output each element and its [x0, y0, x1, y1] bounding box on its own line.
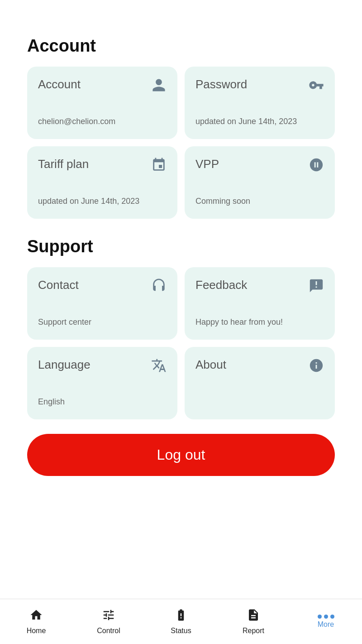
- nav-more[interactable]: More: [290, 615, 362, 629]
- nav-report-label: Report: [243, 627, 264, 635]
- control-icon: [102, 608, 115, 625]
- network-icon: [309, 157, 324, 176]
- nav-home-label: Home: [27, 627, 46, 635]
- feedback-card-label: Feedback: [195, 278, 247, 292]
- tariff-plan-card-label: Tariff plan: [38, 157, 89, 171]
- vpp-card-value: Comming soon: [195, 197, 324, 206]
- password-card[interactable]: Password updated on June 14th, 2023: [185, 67, 335, 139]
- language-card[interactable]: Language English: [27, 347, 177, 419]
- feedback-icon: [309, 278, 324, 297]
- nav-report[interactable]: Report: [217, 608, 290, 635]
- status-icon: [174, 608, 188, 625]
- account-card-label: Account: [38, 77, 81, 91]
- user-icon: [151, 77, 167, 96]
- about-icon: [309, 358, 324, 376]
- password-card-value: updated on June 14th, 2023: [195, 117, 324, 126]
- page-content: Account Account chelion@chelion.com Pass…: [0, 0, 362, 530]
- nav-status-label: Status: [171, 627, 191, 635]
- more-icon: [318, 615, 334, 619]
- report-icon: [247, 608, 260, 625]
- language-icon: [151, 358, 167, 376]
- headset-icon: [151, 278, 167, 297]
- about-card-label: About: [195, 358, 226, 372]
- account-section-title: Account: [27, 36, 335, 56]
- account-card[interactable]: Account chelion@chelion.com: [27, 67, 177, 139]
- nav-control-label: Control: [97, 627, 120, 635]
- home-icon: [29, 608, 43, 625]
- account-card-value: chelion@chelion.com: [38, 117, 167, 126]
- contact-card-value: Support center: [38, 317, 167, 327]
- about-card[interactable]: About: [185, 347, 335, 419]
- nav-status[interactable]: Status: [145, 608, 217, 635]
- support-section: Support Contact Support center Feedback: [27, 237, 335, 476]
- support-section-title: Support: [27, 237, 335, 256]
- feedback-card-value: Happy to hear from you!: [195, 317, 324, 327]
- language-card-value: English: [38, 397, 167, 407]
- tariff-plan-card[interactable]: Tariff plan updated on June 14th, 2023: [27, 146, 177, 219]
- password-card-label: Password: [195, 77, 247, 91]
- feedback-card[interactable]: Feedback Happy to hear from you!: [185, 267, 335, 340]
- nav-home[interactable]: Home: [0, 608, 72, 635]
- nav-control[interactable]: Control: [72, 608, 145, 635]
- vpp-card[interactable]: VPP Comming soon: [185, 146, 335, 219]
- contact-card-label: Contact: [38, 278, 79, 292]
- bottom-nav: Home Control Status Report More: [0, 599, 362, 644]
- key-icon: [309, 77, 324, 96]
- vpp-card-label: VPP: [195, 157, 219, 171]
- nav-more-label: More: [318, 620, 334, 629]
- language-card-label: Language: [38, 358, 90, 372]
- calendar-icon: [151, 157, 167, 176]
- support-card-grid: Contact Support center Feedback: [27, 267, 335, 419]
- contact-card[interactable]: Contact Support center: [27, 267, 177, 340]
- account-card-grid: Account chelion@chelion.com Password: [27, 67, 335, 219]
- logout-button[interactable]: Log out: [27, 434, 335, 476]
- tariff-plan-card-value: updated on June 14th, 2023: [38, 197, 167, 206]
